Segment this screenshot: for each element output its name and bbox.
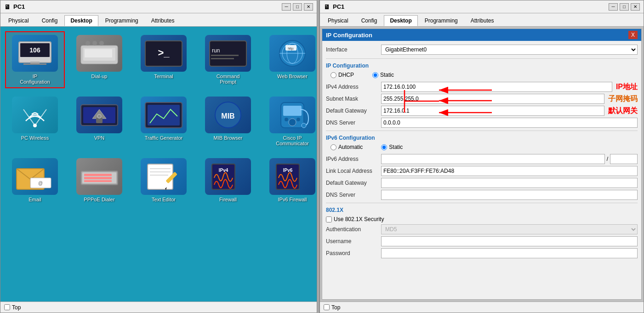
auth-select[interactable]: MD5 (381, 224, 638, 234)
dialup-image (76, 35, 122, 72)
mib-browser-icon[interactable]: MIB MIB Browser (198, 93, 258, 150)
left-window-controls: ─ □ ✕ (282, 3, 313, 11)
svg-rect-3 (30, 62, 40, 63)
email-icon[interactable]: @ Email (5, 154, 65, 206)
mib-browser-label: MIB Browser (214, 135, 243, 141)
ipv6-firewall-icon[interactable]: IPv6 IPv6 Firewall (262, 154, 317, 206)
left-minimize-button[interactable]: ─ (282, 3, 291, 11)
dialog-titlebar: IP Configuration X (322, 29, 641, 41)
ipv6-auto-radio[interactable] (331, 144, 336, 150)
divider-3 (326, 203, 638, 203)
left-tab-physical[interactable]: Physical (2, 15, 35, 26)
app-icon-grid: 106 IPConfiguration (5, 31, 312, 206)
dhcp-radio-label[interactable]: DHCP (331, 72, 354, 78)
ipv4-annotation: IP地址 (616, 82, 638, 92)
left-tab-config[interactable]: Config (36, 15, 64, 26)
ipv4-address-input[interactable] (381, 82, 612, 92)
ipv6-section-title: IPv6 Configuration (326, 135, 638, 141)
subnet-mask-label: Subnet Mask (326, 96, 381, 102)
ipv6-static-radio[interactable] (381, 144, 387, 150)
vpn-image (76, 97, 122, 133)
web-browser-icon[interactable]: http: Web Browser (262, 31, 317, 88)
svg-rect-48 (148, 164, 173, 189)
vpn-icon[interactable]: VPN (69, 93, 129, 150)
right-minimize-button[interactable]: ─ (609, 3, 618, 11)
security-checkbox-row: Use 802.1X Security (326, 216, 638, 222)
dns-server-input[interactable] (381, 118, 638, 128)
ipv6-gateway-label: Default Gateway (326, 180, 381, 186)
text-editor-icon[interactable]: Text Editor (134, 154, 194, 206)
pppoe-image (76, 158, 122, 195)
ipv6-auto-label: Automatic (338, 144, 363, 150)
right-close-button[interactable]: ✕ (631, 3, 640, 11)
ipv6-address-input[interactable] (381, 154, 605, 164)
svg-rect-46 (84, 177, 112, 179)
dns-server-row: DNS Server (326, 118, 638, 128)
cisco-ip-comm-image (269, 97, 315, 133)
email-image: @ (12, 158, 58, 195)
right-tab-programming[interactable]: Programming (419, 15, 464, 26)
left-top-checkbox-input[interactable] (4, 304, 10, 310)
password-label: Password (326, 250, 381, 256)
ip-config-dialog: IP Configuration X Interface GigabitEthe… (322, 28, 642, 300)
ipv6-prefix-input[interactable] (610, 154, 638, 164)
svg-text:106: 106 (29, 46, 40, 54)
firewall-icon[interactable]: IPv4 Firewall (198, 154, 258, 206)
use-security-checkbox[interactable] (326, 216, 332, 222)
ipv6-dns-input[interactable] (381, 190, 638, 200)
pc-icon: 🖥 (4, 3, 11, 11)
ipv6-gateway-row: Default Gateway (326, 178, 638, 188)
ipv6-static-radio-label[interactable]: Static (381, 144, 403, 150)
auth-label: Authentication (326, 226, 381, 233)
left-tab-desktop[interactable]: Desktop (64, 15, 98, 26)
left-close-button[interactable]: ✕ (304, 3, 313, 11)
username-input[interactable] (381, 236, 638, 246)
ipv6-firewall-image: IPv6 (269, 158, 315, 195)
right-top-checkbox[interactable]: Top (324, 304, 340, 311)
cisco-ip-comm-label: Cisco IP Communicator (266, 135, 317, 146)
ipv6-auto-radio-label[interactable]: Automatic (331, 144, 363, 150)
dhcp-radio[interactable] (331, 72, 336, 78)
dns-server-label: DNS Server (326, 120, 381, 126)
password-input[interactable] (381, 248, 638, 258)
traffic-gen-icon[interactable]: Traffic Generator (134, 93, 194, 150)
ipv6-address-label: IPv6 Address (326, 156, 381, 162)
pc-wireless-icon[interactable]: PC Wireless (5, 93, 65, 150)
cisco-ip-comm-icon[interactable]: Cisco IP Communicator (262, 93, 317, 150)
svg-point-9 (92, 41, 97, 46)
command-prompt-icon[interactable]: run CommandPrompt (198, 31, 258, 88)
svg-text:run: run (212, 47, 220, 54)
static-radio[interactable] (372, 72, 378, 78)
right-pc-icon: 🖥 (324, 3, 330, 11)
interface-row: Interface GigabitEthernet0 (326, 45, 638, 55)
ip-configuration-icon[interactable]: 106 IPConfiguration (5, 31, 65, 88)
ipv6-gateway-input[interactable] (381, 178, 638, 188)
svg-point-8 (85, 41, 90, 46)
left-tab-attributes[interactable]: Attributes (145, 15, 181, 26)
pppoe-icon[interactable]: PPPoE Dialer (69, 154, 129, 206)
interface-select[interactable]: GigabitEthernet0 (381, 45, 638, 55)
right-tab-physical[interactable]: Physical (322, 15, 354, 26)
svg-rect-7 (85, 49, 112, 57)
right-window: 🖥 PC1 ─ □ ✕ Physical Config Desktop Prog… (319, 0, 644, 313)
pc-wireless-image (12, 97, 58, 133)
left-maximize-button[interactable]: □ (293, 3, 302, 11)
ipv4-address-row: IPv4 Address IP地址 (326, 82, 638, 92)
traffic-gen-label: Traffic Generator (145, 135, 183, 141)
left-tab-programming[interactable]: Programming (99, 15, 144, 26)
email-label: Email (28, 197, 41, 202)
subnet-mask-input[interactable] (381, 94, 604, 104)
right-maximize-button[interactable]: □ (620, 3, 629, 11)
right-tab-attributes[interactable]: Attributes (465, 15, 500, 26)
right-top-checkbox-input[interactable] (324, 304, 330, 310)
left-top-checkbox[interactable]: Top (4, 304, 21, 311)
default-gateway-input[interactable] (381, 106, 604, 116)
dialup-icon[interactable]: Dial-up (69, 31, 129, 88)
ipv4-address-label: IPv4 Address (326, 84, 381, 90)
static-radio-label[interactable]: Static (372, 72, 394, 78)
right-tab-config[interactable]: Config (355, 15, 383, 26)
terminal-icon[interactable]: >_ Terminal (134, 31, 194, 88)
right-tab-desktop[interactable]: Desktop (384, 15, 417, 26)
dialog-close-button[interactable]: X (628, 31, 638, 39)
link-local-input[interactable] (381, 166, 638, 176)
